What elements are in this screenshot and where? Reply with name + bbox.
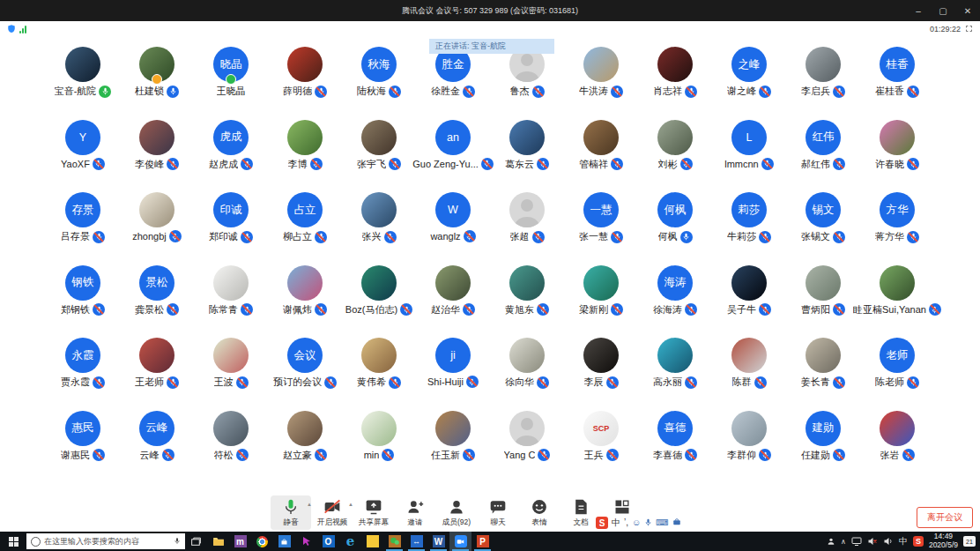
pointer-app-taskbar-icon[interactable]: [295, 532, 317, 551]
participant-tile[interactable]: 眭亚楠Sui,Yanan: [860, 265, 934, 339]
participant-tile[interactable]: 占立 柳占立: [268, 192, 342, 265]
participant-tile[interactable]: Boz(马伯志): [342, 265, 416, 339]
participant-tile[interactable]: 永霞 贾永霞: [46, 338, 120, 411]
participant-tile[interactable]: 赵立豪: [268, 411, 342, 484]
participant-tile[interactable]: 张宇飞: [342, 120, 416, 193]
participant-tile[interactable]: 李俊峰: [120, 120, 194, 193]
participant-tile[interactable]: 赵治华: [416, 265, 490, 339]
toolbar-members-button[interactable]: 成员(92): [436, 495, 477, 530]
participant-tile[interactable]: 薛明德: [268, 47, 342, 120]
powerpoint-taskbar-icon[interactable]: P: [471, 532, 494, 551]
participant-tile[interactable]: 一慧 张一慧: [564, 192, 638, 265]
leave-meeting-button[interactable]: 离开会议: [917, 507, 973, 528]
app-purple-taskbar-icon[interactable]: m: [229, 532, 251, 551]
participant-tile[interactable]: 李辰: [564, 338, 638, 411]
participant-tile[interactable]: 管楠祥: [564, 120, 638, 193]
participant-tile[interactable]: 谢佩炜: [268, 265, 342, 339]
participant-tile[interactable]: Yang C: [490, 411, 564, 484]
maximize-button[interactable]: ▢: [931, 0, 955, 21]
ime-language-icon[interactable]: 中: [612, 518, 620, 527]
participant-tile[interactable]: 张岩: [860, 411, 934, 484]
participant-tile[interactable]: 任玉新: [416, 411, 490, 484]
people-icon[interactable]: [827, 537, 835, 546]
toolbar-share-button[interactable]: 共享屏幕: [353, 495, 394, 530]
participant-tile[interactable]: 李启兵: [786, 47, 860, 120]
participant-tile[interactable]: 晓晶 王晓晶: [194, 47, 268, 120]
participant-tile[interactable]: 肖志祥: [638, 47, 712, 120]
ime-emoji-icon[interactable]: ☺: [632, 518, 641, 527]
participant-tile[interactable]: 符松: [194, 411, 268, 484]
taskbar-clock[interactable]: 14:49 2020/5/9: [929, 532, 958, 550]
participant-tile[interactable]: ji Shi-Huiji: [416, 338, 490, 411]
teamviewer-taskbar-icon[interactable]: ↔: [405, 532, 427, 551]
participant-tile[interactable]: 李群仰: [712, 411, 786, 484]
close-button[interactable]: ✕: [955, 0, 980, 21]
task-view-taskbar-icon[interactable]: [185, 532, 207, 551]
participant-tile[interactable]: 方华 蒋方华: [860, 192, 934, 265]
ime-keyboard-icon[interactable]: ⌨: [656, 518, 668, 527]
taskbar-search-input[interactable]: 在这里输入你要搜索的内容: [26, 533, 185, 549]
ime-punctuation-icon[interactable]: ’,: [624, 518, 628, 527]
participant-tile[interactable]: 老师 陈老师: [860, 338, 934, 411]
volume-icon[interactable]: [883, 536, 894, 547]
participant-tile[interactable]: 何枫 何枫: [638, 192, 712, 265]
edge-taskbar-icon[interactable]: e: [339, 532, 361, 551]
participant-tile[interactable]: 宝音-航院: [46, 47, 120, 120]
participant-tile[interactable]: 鲁杰: [490, 47, 564, 120]
participant-tile[interactable]: 李博: [268, 120, 342, 193]
participant-tile[interactable]: 黄伟希: [342, 338, 416, 411]
start-button[interactable]: [0, 532, 26, 551]
participant-tile[interactable]: 曹炳阳: [786, 265, 860, 339]
participant-tile[interactable]: 胜金 徐胜金: [416, 47, 490, 120]
participant-tile[interactable]: SCP 王兵: [564, 411, 638, 484]
participant-tile[interactable]: 高永丽: [638, 338, 712, 411]
chrome-taskbar-icon[interactable]: [251, 532, 273, 551]
participant-tile[interactable]: 吴子牛: [712, 265, 786, 339]
participant-tile[interactable]: 黄旭东: [490, 265, 564, 339]
participant-tile[interactable]: 王老师: [120, 338, 194, 411]
tray-ime-indicator[interactable]: 中: [899, 535, 908, 547]
participant-tile[interactable]: 钢铁 郑钢铁: [46, 265, 120, 339]
participant-tile[interactable]: W wanglz: [416, 192, 490, 265]
ms-store-taskbar-icon[interactable]: [273, 532, 295, 551]
participant-tile[interactable]: 惠民 谢惠民: [46, 411, 120, 484]
participant-tile[interactable]: 徐向华: [490, 338, 564, 411]
tencent-meeting-taskbar-icon[interactable]: [449, 532, 471, 551]
wechat-taskbar-icon[interactable]: [383, 532, 405, 551]
participant-tile[interactable]: 之峰 谢之峰: [712, 47, 786, 120]
participant-tile[interactable]: 张超: [490, 192, 564, 265]
participant-tile[interactable]: 陈常青: [194, 265, 268, 339]
minimize-button[interactable]: –: [906, 0, 931, 21]
participant-tile[interactable]: 印诚 郑印诚: [194, 192, 268, 265]
participant-tile[interactable]: 秋海 陆秋海: [342, 47, 416, 120]
action-center-icon[interactable]: 21: [963, 536, 976, 547]
participant-tile[interactable]: 梁新刚: [564, 265, 638, 339]
participant-tile[interactable]: 会议 预订的会议: [268, 338, 342, 411]
file-explorer-taskbar-icon[interactable]: [207, 532, 229, 551]
toolbar-chat-button[interactable]: 聊天: [478, 495, 518, 530]
participant-tile[interactable]: 虎成 赵虎成: [194, 120, 268, 193]
participant-tile[interactable]: 桂香 崔桂香: [860, 47, 934, 120]
participant-tile[interactable]: an Guo Zeng-Yu...: [416, 120, 490, 193]
search-mic-icon[interactable]: [174, 536, 181, 547]
tray-sogou-icon[interactable]: S: [913, 536, 924, 547]
participant-tile[interactable]: 张兴: [342, 192, 416, 265]
sticky-notes-taskbar-icon[interactable]: [361, 532, 383, 551]
participant-tile[interactable]: 姜长青: [786, 338, 860, 411]
word-taskbar-icon[interactable]: W: [427, 532, 449, 551]
participant-tile[interactable]: min: [342, 411, 416, 484]
participant-tile[interactable]: 景松 龚景松: [120, 265, 194, 339]
participant-tile[interactable]: 红伟 郝红伟: [786, 120, 860, 193]
participant-tile[interactable]: 莉莎 牛莉莎: [712, 192, 786, 265]
participant-tile[interactable]: 牛洪涛: [564, 47, 638, 120]
participant-tile[interactable]: zhongbj: [120, 192, 194, 265]
participant-tile[interactable]: 葛东云: [490, 120, 564, 193]
toolbar-video-button[interactable]: 开启视频▲: [312, 495, 353, 530]
outlook-taskbar-icon[interactable]: O: [317, 532, 339, 551]
participant-tile[interactable]: L lmmcnn: [712, 120, 786, 193]
ime-mic-icon[interactable]: [644, 517, 652, 529]
tray-chevron-up-icon[interactable]: ∧: [841, 538, 846, 546]
volume-muted-icon[interactable]: [867, 536, 878, 547]
participant-tile[interactable]: 王波: [194, 338, 268, 411]
participant-tile[interactable]: 许春晓: [860, 120, 934, 193]
